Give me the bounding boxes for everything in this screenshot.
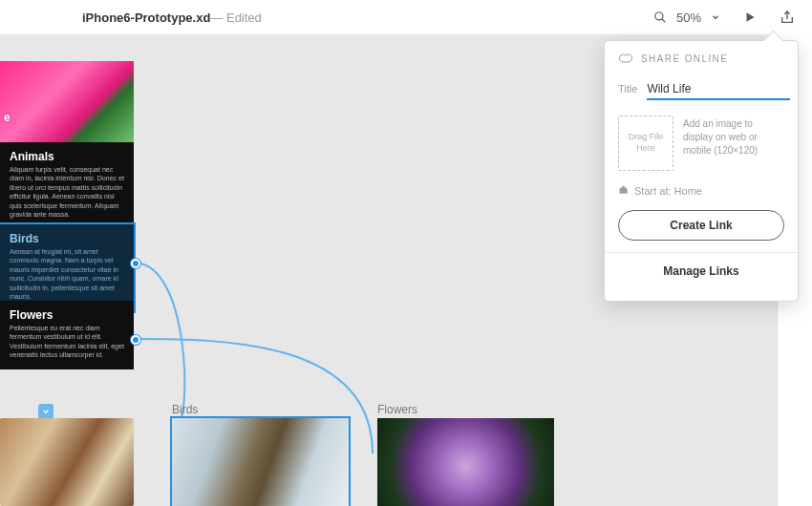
manage-links-button[interactable]: Manage Links xyxy=(618,253,784,289)
zoom-level[interactable]: 50% xyxy=(676,11,701,25)
svg-line-1 xyxy=(662,19,666,23)
dropzone-text: Drag File Here xyxy=(619,132,673,154)
create-link-label: Create Link xyxy=(670,219,732,232)
artboard-label[interactable]: Birds xyxy=(172,403,198,416)
document-edited-state: — Edited xyxy=(210,11,261,25)
title-field-label: Title xyxy=(618,83,637,95)
popover-heading: SHARE ONLINE xyxy=(641,53,728,64)
wire-handle[interactable] xyxy=(131,259,140,268)
play-icon[interactable] xyxy=(743,11,757,24)
document-filename: iPhone6-Prototype.xd xyxy=(82,11,210,25)
share-icon[interactable] xyxy=(780,10,795,25)
window-title-bar: iPhone6-Prototype.xd — Edited 50% xyxy=(0,0,812,34)
creative-cloud-icon xyxy=(618,53,633,64)
home-icon xyxy=(618,184,629,197)
list-item-flowers[interactable]: Flowers Pellentesque eu erat nec diam fe… xyxy=(0,301,134,369)
dropzone-help: Add an image to display on web or mobile… xyxy=(683,116,784,171)
start-at-label: Start at: Home xyxy=(634,185,702,197)
thumbnail-dropzone[interactable]: Drag File Here xyxy=(618,116,673,171)
svg-point-0 xyxy=(655,12,663,20)
list-item-title: Animals xyxy=(0,142,134,165)
wire-handle[interactable] xyxy=(131,335,140,345)
list-item-title: Birds xyxy=(0,224,134,247)
list-item-body: Pellentesque eu erat nec diam fermentum … xyxy=(0,324,134,369)
svg-marker-2 xyxy=(747,12,755,21)
list-item-body: Aliquam turpis velit, consequat nec diam… xyxy=(0,165,134,229)
start-at-row[interactable]: Start at: Home xyxy=(618,180,784,210)
chevron-down-icon[interactable] xyxy=(711,12,720,22)
list-item-birds[interactable]: Birds Aenean at feugiat mi, sit amet com… xyxy=(0,224,134,311)
list-item-title: Flowers xyxy=(0,301,134,324)
title-input[interactable] xyxy=(647,79,790,100)
share-online-popover: SHARE ONLINE Title Drag File Here Add an… xyxy=(604,40,799,302)
search-icon[interactable] xyxy=(653,11,667,24)
artboard-hero-label: e xyxy=(4,111,11,124)
list-item-animals[interactable]: Animals Aliquam turpis velit, consequat … xyxy=(0,142,134,229)
artboard-hero-image[interactable] xyxy=(0,61,134,142)
scroll-indicator-icon[interactable] xyxy=(38,404,53,419)
artboard-label[interactable]: Flowers xyxy=(377,403,417,416)
manage-links-label: Manage Links xyxy=(663,264,738,278)
create-link-button[interactable]: Create Link xyxy=(618,210,784,241)
artboard-thumb-animals[interactable] xyxy=(0,418,134,506)
artboard-thumb-flowers[interactable] xyxy=(377,418,554,506)
artboard-thumb-birds[interactable] xyxy=(172,418,349,506)
